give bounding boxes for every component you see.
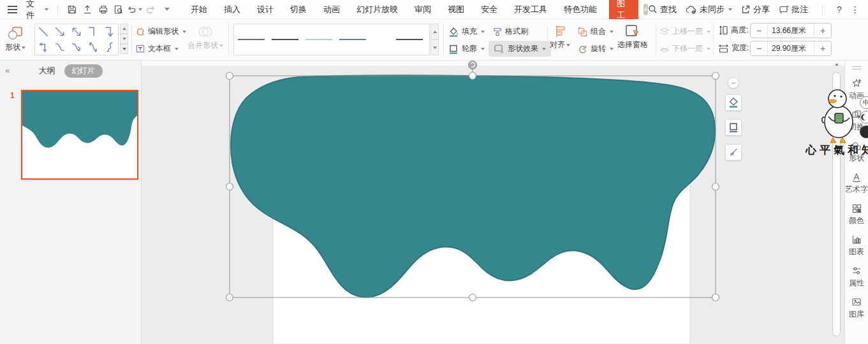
- tab-slideshow[interactable]: 幻灯片放映: [348, 1, 406, 18]
- connector-arrow[interactable]: [52, 24, 68, 39]
- fill-button[interactable]: 填充: [448, 26, 485, 37]
- resize-handle-e[interactable]: [712, 183, 719, 190]
- line-gallery-up-button[interactable]: [430, 24, 439, 39]
- height-increase-button[interactable]: +: [814, 25, 831, 36]
- tab-insert[interactable]: 插入: [216, 1, 249, 18]
- moon-mode-badge[interactable]: [860, 111, 868, 124]
- quick-access-more-button[interactable]: [159, 3, 173, 17]
- quick-style-brush-button[interactable]: [725, 144, 742, 161]
- gallery-more-button[interactable]: [120, 44, 128, 54]
- sidebar-item-label: 图库: [849, 309, 864, 320]
- selection-pane-button[interactable]: 选择窗格: [617, 24, 648, 50]
- align-button[interactable]: 对齐: [550, 24, 570, 50]
- line-style-5[interactable]: [392, 24, 426, 55]
- width-value[interactable]: 29.90厘米: [767, 41, 814, 55]
- panel-drag-handle[interactable]: [852, 66, 861, 69]
- shape-effects-button[interactable]: 形状效果: [489, 41, 551, 57]
- connector-curved-double-arrow[interactable]: [85, 39, 101, 55]
- line-style-2[interactable]: [268, 24, 302, 55]
- tab-animations[interactable]: 动画: [315, 1, 348, 18]
- outline-button[interactable]: 轮廓: [448, 43, 485, 54]
- duck-mascot-overlay[interactable]: [820, 88, 858, 144]
- redo-icon: [145, 4, 156, 15]
- save-button[interactable]: [64, 3, 78, 17]
- collapse-mini-toolbar-button[interactable]: [728, 77, 739, 89]
- tab-home[interactable]: 开始: [182, 1, 216, 18]
- gallery-scroll-down-button[interactable]: [120, 34, 128, 44]
- line-style-3[interactable]: [302, 24, 335, 55]
- sidebar-item-properties[interactable]: 属性: [845, 266, 868, 289]
- tab-developer[interactable]: 开发工具: [506, 1, 555, 18]
- tab-review[interactable]: 审阅: [406, 1, 439, 18]
- width-increase-button[interactable]: +: [814, 43, 831, 54]
- window-more-button[interactable]: [851, 4, 860, 15]
- quick-outline-button[interactable]: [725, 119, 742, 136]
- print-button[interactable]: [96, 3, 110, 17]
- connector-elbow-arrow[interactable]: [101, 24, 118, 39]
- tab-slides-active[interactable]: 幻灯片: [64, 64, 103, 78]
- line-gallery-down-button[interactable]: [430, 39, 439, 55]
- tab-security[interactable]: 安全: [473, 1, 506, 18]
- resize-handle-n[interactable]: [469, 73, 476, 80]
- format-painter-button[interactable]: 格式刷: [492, 26, 528, 37]
- resize-handle-nw[interactable]: [226, 73, 233, 80]
- send-backward-button[interactable]: 下移一层: [659, 43, 710, 54]
- slide-thumbnail[interactable]: [21, 90, 138, 180]
- print-preview-button[interactable]: [112, 3, 126, 17]
- find-button[interactable]: 查找: [648, 4, 677, 15]
- connector-curve[interactable]: [52, 39, 68, 55]
- tab-special-features[interactable]: 特色功能: [555, 1, 605, 18]
- scroll-up-icon[interactable]: [835, 63, 839, 66]
- resize-handle-sw[interactable]: [226, 294, 233, 301]
- gallery-scroll-up-button[interactable]: [120, 24, 128, 34]
- redo-button[interactable]: [143, 3, 158, 17]
- sidebar-item-wordart[interactable]: 艺术字: [845, 172, 868, 195]
- resize-handle-w[interactable]: [226, 183, 233, 190]
- shapes-button[interactable]: 形状: [5, 25, 26, 53]
- resize-handle-se[interactable]: [712, 294, 719, 301]
- tab-outline[interactable]: 大纲: [39, 65, 55, 76]
- undo-button[interactable]: [127, 3, 142, 17]
- textbox-button[interactable]: 文本框: [135, 43, 179, 54]
- sidebar-item-chart[interactable]: 图表: [845, 234, 868, 257]
- tab-design[interactable]: 设计: [249, 1, 282, 18]
- resize-handle-s[interactable]: [469, 294, 476, 301]
- dark-edge-badge[interactable]: [860, 125, 868, 138]
- merge-shapes-button[interactable]: 合并形状: [188, 25, 223, 51]
- sidebar-item-color[interactable]: 颜色: [845, 203, 868, 226]
- gallery-image-icon: [851, 297, 862, 307]
- height-decrease-button[interactable]: −: [751, 25, 767, 36]
- resize-handle-ne[interactable]: [712, 73, 719, 80]
- rotation-handle[interactable]: [469, 61, 477, 69]
- line-style-1[interactable]: [234, 24, 268, 55]
- connector-elbow-double-arrow[interactable]: [35, 39, 52, 55]
- more-tabs-button[interactable]: [644, 4, 648, 15]
- height-icon: [718, 25, 728, 36]
- bring-forward-button[interactable]: 上移一层: [659, 26, 710, 37]
- tab-transitions[interactable]: 切换: [282, 1, 315, 18]
- width-decrease-button[interactable]: −: [751, 43, 767, 54]
- rotate-button[interactable]: 旋转: [577, 43, 614, 54]
- height-value[interactable]: 13.66厘米: [767, 24, 814, 38]
- help-button[interactable]: [837, 4, 842, 15]
- sidebar-item-gallery[interactable]: 图库: [845, 297, 868, 320]
- tab-view[interactable]: 视图: [439, 1, 473, 18]
- chevron-down-icon: [138, 8, 142, 11]
- main-menu-icon[interactable]: [8, 6, 17, 13]
- share-button[interactable]: 分享: [741, 4, 770, 15]
- group-button[interactable]: 组合: [577, 26, 614, 37]
- quick-fill-button[interactable]: [725, 94, 742, 111]
- line-style-4[interactable]: [335, 24, 369, 55]
- slide-canvas[interactable]: [142, 61, 844, 344]
- connector-double-arrow[interactable]: [68, 24, 85, 39]
- connector-line[interactable]: [35, 24, 52, 39]
- connector-curved-arrow[interactable]: [68, 39, 85, 55]
- connector-freeform-s[interactable]: [101, 39, 118, 55]
- connector-elbow[interactable]: [85, 24, 101, 39]
- slides-panel: 大纲 幻灯片 1: [0, 61, 142, 344]
- sync-status-button[interactable]: 未同步: [686, 4, 732, 15]
- edit-shape-button[interactable]: 编辑形状: [135, 26, 186, 37]
- ime-language-badge[interactable]: 中: [860, 96, 868, 109]
- export-pdf-button[interactable]: [80, 3, 94, 17]
- comment-button[interactable]: 批注: [779, 4, 808, 15]
